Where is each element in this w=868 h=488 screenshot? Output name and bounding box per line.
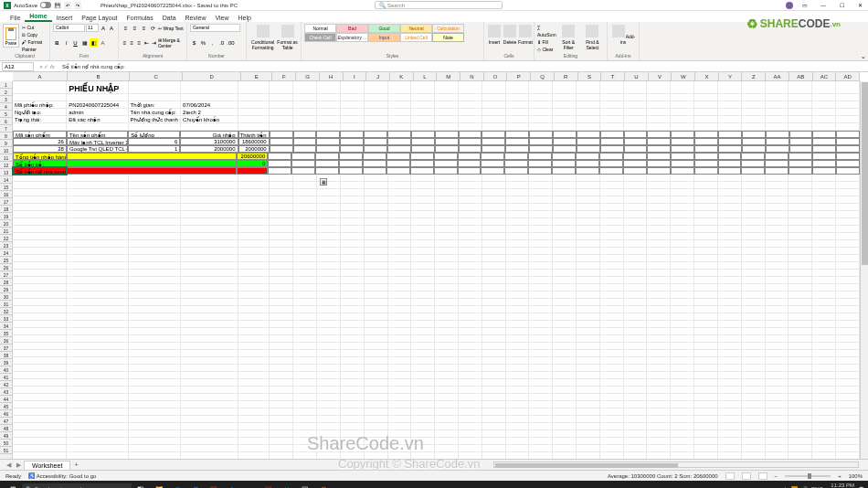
cell[interactable] (365, 299, 388, 306)
cell[interactable] (339, 153, 363, 160)
cell[interactable] (270, 248, 293, 255)
cell[interactable] (600, 357, 624, 365)
cell[interactable] (577, 387, 600, 394)
row-header-14[interactable]: 14 (0, 176, 12, 184)
cell[interactable] (766, 365, 789, 372)
clear-button[interactable]: ◇ Clear (537, 46, 556, 53)
cell[interactable] (741, 167, 765, 175)
cell[interactable] (341, 313, 365, 321)
cell[interactable] (365, 226, 388, 233)
cell[interactable] (528, 167, 552, 175)
cell[interactable] (365, 270, 388, 277)
cell[interactable] (13, 394, 67, 401)
excel-taskbar-icon[interactable]: X (279, 483, 295, 488)
cell[interactable] (742, 445, 766, 452)
cell[interactable] (624, 350, 648, 357)
cell[interactable] (365, 423, 388, 430)
cell[interactable] (718, 306, 742, 313)
cell[interactable] (600, 445, 624, 452)
cell[interactable] (435, 357, 459, 365)
cell[interactable] (388, 445, 412, 452)
cell[interactable] (694, 189, 718, 196)
cell[interactable] (365, 94, 388, 101)
cell[interactable] (506, 350, 530, 357)
cell[interactable] (459, 262, 482, 270)
cell[interactable] (13, 175, 67, 182)
cell[interactable] (291, 167, 315, 175)
cell[interactable] (766, 343, 789, 350)
cell[interactable] (789, 233, 812, 240)
cell[interactable] (647, 211, 671, 218)
cell[interactable] (647, 262, 671, 270)
cell[interactable] (718, 357, 742, 365)
sheet-nav-prev-icon[interactable]: ◀ (4, 461, 14, 469)
cell[interactable] (435, 204, 459, 211)
cell[interactable] (718, 255, 742, 262)
cell[interactable] (13, 123, 67, 131)
cell[interactable] (766, 116, 789, 123)
cell[interactable] (671, 138, 694, 145)
cell[interactable] (129, 313, 181, 321)
cell[interactable] (411, 131, 435, 138)
cell[interactable] (506, 182, 530, 189)
row-header-45[interactable]: 45 (0, 403, 12, 410)
cell[interactable] (388, 394, 412, 401)
cell[interactable] (577, 196, 600, 204)
cell[interactable] (181, 226, 238, 233)
cell[interactable] (388, 423, 412, 430)
cell[interactable] (766, 335, 789, 343)
cell[interactable] (553, 131, 577, 138)
cell[interactable] (529, 430, 553, 438)
cell[interactable] (671, 423, 694, 430)
cell[interactable] (812, 211, 836, 218)
cell[interactable] (529, 321, 553, 328)
cell[interactable] (836, 343, 860, 350)
cell[interactable] (529, 328, 553, 335)
cell[interactable] (529, 292, 553, 299)
cell[interactable] (694, 365, 718, 372)
cell[interactable] (789, 189, 812, 196)
cell[interactable] (317, 218, 341, 226)
cell[interactable] (766, 423, 789, 430)
cell[interactable] (694, 255, 718, 262)
cell[interactable]: 26 (13, 138, 67, 145)
cell[interactable] (766, 218, 789, 226)
cell[interactable] (13, 445, 67, 452)
cell[interactable] (812, 94, 836, 101)
cell[interactable] (67, 365, 128, 372)
cell[interactable] (67, 94, 128, 101)
cell[interactable] (600, 248, 624, 255)
cell[interactable] (836, 109, 860, 116)
cell[interactable] (671, 226, 694, 233)
cell[interactable] (742, 182, 766, 189)
format-painter-button[interactable]: 🖌 Format Painter (22, 38, 49, 53)
cell[interactable] (741, 153, 765, 160)
cell[interactable] (671, 401, 694, 408)
cell[interactable] (411, 204, 435, 211)
cell[interactable] (812, 343, 836, 350)
cell[interactable] (270, 321, 293, 328)
cell[interactable] (553, 430, 577, 438)
cells-grid[interactable]: PHIẾU NHẬPMã phiếu nhập:PN20240607225044… (13, 81, 860, 459)
cell[interactable] (435, 365, 459, 372)
col-header-AC[interactable]: AC (813, 72, 837, 80)
cell[interactable] (482, 277, 506, 284)
cell[interactable] (647, 445, 671, 452)
cell[interactable] (388, 313, 412, 321)
cell[interactable] (836, 379, 860, 387)
cell[interactable] (291, 153, 315, 160)
cell[interactable] (364, 131, 387, 138)
cell[interactable]: 2000000 (238, 145, 270, 153)
cell[interactable] (789, 109, 812, 116)
cell[interactable] (694, 109, 718, 116)
cell[interactable] (317, 401, 341, 408)
cell[interactable] (812, 189, 836, 196)
cell[interactable] (181, 196, 238, 204)
cell[interactable] (411, 94, 435, 101)
cell[interactable] (238, 379, 270, 387)
cell[interactable] (181, 262, 238, 270)
cell[interactable]: Người tạo: (13, 109, 67, 116)
cell[interactable] (742, 204, 766, 211)
cell[interactable] (67, 445, 128, 452)
row-header-31[interactable]: 31 (0, 301, 12, 308)
